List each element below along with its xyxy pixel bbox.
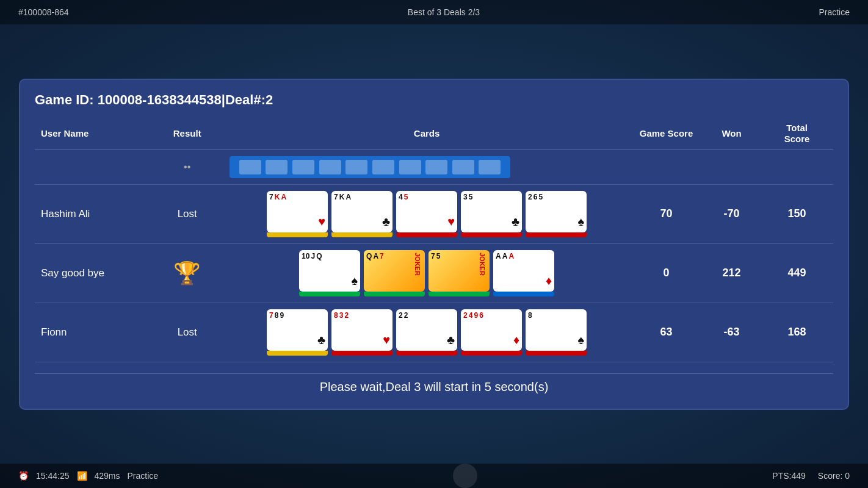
card-bar [461,232,522,237]
top-bar: #100008-864 Best of 3 Deals 2/3 Practice [0,0,868,24]
col-header-won: Won [703,118,761,150]
playing-card: 4 5 ♥ [396,191,457,232]
table-row: Say good bye 🏆 10 J [35,243,833,303]
playing-card: 10 J Q ♠ [299,250,360,292]
card-group: 10 J Q ♠ [299,250,360,296]
row3-game-score: 0 [630,243,703,303]
row4-game-score: 63 [630,303,703,362]
row4-total-score: 168 [761,303,833,362]
row3-username: Say good bye [35,243,151,303]
card-group: 2 4 9 6 ♦ [461,309,522,356]
card-group: 8 ♠ [526,309,587,356]
playing-card: 7 8 9 ♣ [267,309,328,351]
row1-result: •• [151,149,223,184]
row1-game-score [630,149,703,184]
card-group: 2 6 5 ♠ [526,191,587,237]
card-bar [299,292,360,296]
card-bar [461,351,522,356]
row1-cards [223,149,630,184]
card-group: A A A ♦ [493,250,554,296]
card-segment [452,160,474,174]
table-row: Fionn Lost 7 8 9 [35,303,833,362]
clock-icon: ⏰ [18,471,29,481]
playing-card: 2 4 9 6 ♦ [461,309,522,351]
row1-username [35,149,151,184]
blue-card-strip [230,156,510,178]
row3-won: 212 [703,243,761,303]
playing-card: 7 5 JOKER [429,250,490,292]
table-row: •• [35,149,833,184]
row3-total-score: 449 [761,243,833,303]
card-group: 7 8 9 ♣ [267,309,328,356]
card-bar [493,292,554,296]
score-table: User Name Result Cards Game Score Won To… [35,118,833,362]
table-header-row: User Name Result Cards Game Score Won To… [35,118,833,150]
mode-display: Practice [128,471,159,481]
row3-cards: 10 J Q ♠ [223,243,630,303]
card-segment [319,160,341,174]
card-segment [266,160,288,174]
row4-cards: 7 8 9 ♣ [223,303,630,362]
card-segment [425,160,447,174]
bottom-bar-left: ⏰ 15:44:25 📶 429ms Practice [18,471,158,481]
game-id: Game ID: 100008-1638344538|Deal#:2 [35,92,833,108]
row2-result: Lost [151,184,223,243]
card-group: 4 5 ♥ [396,191,457,237]
card-bar [364,292,425,296]
row2-game-score: 70 [630,184,703,243]
row4-username: Fionn [35,303,151,362]
card-group: 3 5 ♣ [461,191,522,237]
playing-card: 8 3 2 ♥ [331,309,392,351]
col-header-username: User Name [35,118,151,150]
top-bar-mode: Practice [819,7,850,17]
card-group: 8 3 2 ♥ [331,309,392,356]
card-group: 2 2 ♣ [396,309,457,356]
playing-card: 2 2 ♣ [396,309,457,351]
col-header-game-score: Game Score [630,118,703,150]
card-segment [479,160,501,174]
row4-result: Lost [151,303,223,362]
pts-display: PTS:449 [772,471,805,481]
card-bar [429,292,490,296]
score-display: Score: 0 [818,471,850,481]
cards-container: 7 8 9 ♣ [230,309,624,356]
card-segment [399,160,421,174]
card-group: 7 5 JOKER [429,250,490,296]
playing-card: 8 ♠ [526,309,587,351]
card-bar [267,232,328,237]
time-display: 15:44:25 [36,471,70,481]
row2-username: Hashim Ali [35,184,151,243]
row1-total-score [761,149,833,184]
avatar [453,464,477,488]
trophy-icon: 🏆 [173,260,201,285]
top-bar-deal-info: Best of 3 Deals 2/3 [408,7,480,17]
playing-card: 2 6 5 ♠ [526,191,587,232]
card-segment [292,160,314,174]
playing-card: 3 5 ♣ [461,191,522,232]
card-bar [331,232,392,237]
card-group: Q A 7 JOKER [364,250,425,296]
bottom-bar-center [453,464,477,488]
top-bar-game-code: #100008-864 [18,7,69,17]
col-header-cards: Cards [223,118,630,150]
cards-container: 7 K A ♥ [230,191,624,237]
bottom-bar: ⏰ 15:44:25 📶 429ms Practice PTS:449 Scor… [0,464,868,488]
card-segment [239,160,261,174]
row2-total-score: 150 [761,184,833,243]
signal-icon: 📶 [77,471,87,481]
playing-card: 7 K A ♥ [267,191,328,232]
card-bar [267,351,328,356]
card-segment [345,160,367,174]
cards-container: 10 J Q ♠ [230,250,624,296]
row1-won [703,149,761,184]
main-panel: Game ID: 100008-1638344538|Deal#:2 User … [19,79,849,410]
card-group: 7 K A ♣ [331,191,392,237]
card-bar [396,232,457,237]
row4-won: -63 [703,303,761,362]
card-bar [331,351,392,356]
card-bar [526,232,587,237]
playing-card: Q A 7 JOKER [364,250,425,292]
card-bar [396,351,457,356]
card-bar [526,351,587,356]
card-group: 7 K A ♥ [267,191,328,237]
